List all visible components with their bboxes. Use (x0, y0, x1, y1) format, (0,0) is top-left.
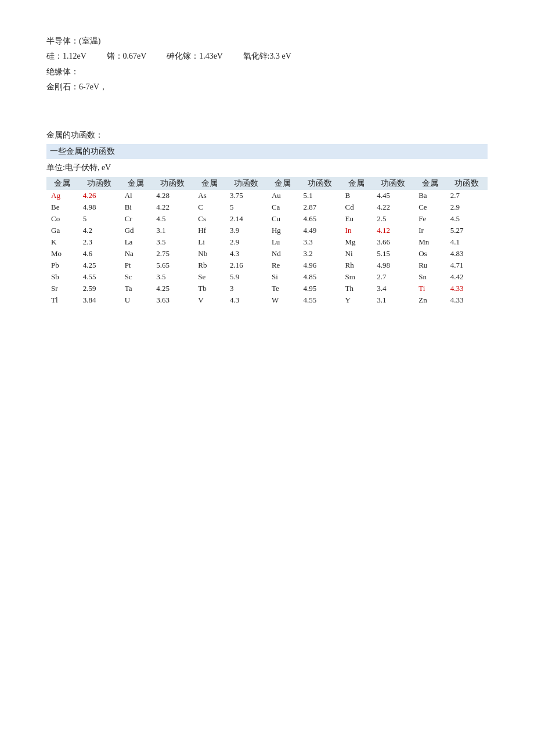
table-cell: 4.33 (446, 283, 488, 294)
col-wf-6: 功函数 (446, 177, 488, 190)
table-cell: 3.4 (372, 283, 414, 294)
table-cell: Ti (414, 283, 446, 294)
table-cell: Ru (414, 260, 446, 271)
table-cell: 4.96 (299, 260, 341, 271)
silicon-value: 硅：1.12eV (46, 52, 86, 60)
table-cell: 5.15 (372, 248, 414, 260)
table-cell: 4.71 (446, 260, 488, 271)
table-cell: 2.7 (372, 271, 414, 283)
table-cell: 3.5 (151, 271, 193, 283)
table-cell: Ga (46, 225, 78, 236)
table-cell: Mg (341, 236, 373, 248)
table-cell: Te (267, 283, 299, 294)
table-cell: Ir (414, 225, 446, 236)
table-cell: Mn (414, 236, 446, 248)
table-cell: 5 (78, 213, 120, 225)
col-metal-1: 金属 (46, 177, 78, 190)
table-cell: 4.22 (151, 201, 193, 213)
table-cell: 3.9 (225, 225, 267, 236)
table-cell: 3.1 (372, 294, 414, 306)
table-cell: 4.98 (372, 260, 414, 271)
table-row: Be4.98Bi4.22C5Ca2.87Cd4.22Ce2.9 (46, 201, 488, 213)
table-cell: W (267, 294, 299, 306)
table-cell: 4.45 (372, 190, 414, 201)
table-cell: 2.14 (225, 213, 267, 225)
table-row: Pb4.25Pt5.65Rb2.16Re4.96Rh4.98Ru4.71 (46, 260, 488, 271)
col-wf-1: 功函数 (78, 177, 120, 190)
table-cell: 4.25 (151, 283, 193, 294)
table-cell: Zn (414, 294, 446, 306)
semiconductor-values: 硅：1.12eV 锗：0.67eV 砷化镓：1.43eV 氧化锌:3.3 eV (46, 50, 488, 63)
table-cell: Ba (414, 190, 446, 201)
table-cell: 3.63 (151, 294, 193, 306)
table-cell: 4.5 (151, 213, 193, 225)
table-cell: 4.12 (372, 225, 414, 236)
table-cell: 4.42 (446, 271, 488, 283)
table-cell: 4.85 (299, 271, 341, 283)
table-cell: Mo (46, 248, 78, 260)
metal-work-function-section: 金属的功函数： 一些金属的功函数 单位:电子伏特, eV 金属 功函数 金属 功… (46, 129, 488, 306)
table-cell: Re (267, 260, 299, 271)
metal-section-title1: 金属的功函数： (46, 129, 488, 142)
table-cell: 4.1 (446, 236, 488, 248)
table-cell: Bi (120, 201, 152, 213)
table-cell: Be (46, 201, 78, 213)
table-cell: Os (414, 248, 446, 260)
table-cell: Ca (267, 201, 299, 213)
table-header: 金属 功函数 金属 功函数 金属 功函数 金属 功函数 金属 功函数 金属 功函… (46, 177, 488, 190)
table-cell: Li (193, 236, 225, 248)
zinc-oxide-value: 氧化锌:3.3 eV (243, 52, 291, 60)
table-cell: U (120, 294, 152, 306)
col-metal-5: 金属 (341, 177, 373, 190)
table-cell: As (193, 190, 225, 201)
table-cell: Si (267, 271, 299, 283)
table-cell: 3.84 (78, 294, 120, 306)
table-cell: 4.95 (299, 283, 341, 294)
table-cell: 2.59 (78, 283, 120, 294)
table-cell: 4.55 (78, 271, 120, 283)
table-cell: Sm (341, 271, 373, 283)
table-cell: B (341, 190, 373, 201)
metal-section-title2: 一些金属的功函数 (46, 144, 488, 159)
table-cell: 3.3 (299, 236, 341, 248)
table-cell: 4.33 (446, 294, 488, 306)
table-cell: Na (120, 248, 152, 260)
table-row: Sb4.55Sc3.5Se5.9Si4.85Sm2.7Sn4.42 (46, 271, 488, 283)
spacer (46, 106, 488, 129)
table-cell: 2.75 (151, 248, 193, 260)
table-cell: 2.3 (78, 236, 120, 248)
table-body: Ag4.26Al4.28As3.75Au5.1B4.45Ba2.7Be4.98B… (46, 190, 488, 306)
table-row: Ag4.26Al4.28As3.75Au5.1B4.45Ba2.7 (46, 190, 488, 201)
table-row: Tl3.84U3.63V4.3W4.55Y3.1Zn4.33 (46, 294, 488, 306)
table-cell: Sn (414, 271, 446, 283)
table-cell: 3.66 (372, 236, 414, 248)
table-cell: Th (341, 283, 373, 294)
table-cell: Rh (341, 260, 373, 271)
table-row: Ga4.2Gd3.1Hf3.9Hg4.49In4.12Ir5.27 (46, 225, 488, 236)
table-cell: C (193, 201, 225, 213)
table-cell: Y (341, 294, 373, 306)
col-metal-3: 金属 (193, 177, 225, 190)
table-cell: 4.3 (225, 294, 267, 306)
col-wf-5: 功函数 (372, 177, 414, 190)
table-cell: Cu (267, 213, 299, 225)
table-cell: 5.65 (151, 260, 193, 271)
table-cell: 3.2 (299, 248, 341, 260)
table-cell: Ni (341, 248, 373, 260)
table-cell: 2.7 (446, 190, 488, 201)
table-cell: 3.75 (225, 190, 267, 201)
table-cell: Rb (193, 260, 225, 271)
unit-label: 单位:电子伏特, eV (46, 161, 488, 174)
table-cell: 4.3 (225, 248, 267, 260)
table-cell: Eu (341, 213, 373, 225)
table-cell: 2.5 (372, 213, 414, 225)
table-cell: 5.9 (225, 271, 267, 283)
germanium-value: 锗：0.67eV (107, 52, 147, 60)
table-cell: 4.6 (78, 248, 120, 260)
table-cell: Pt (120, 260, 152, 271)
table-cell: Au (267, 190, 299, 201)
table-cell: Nb (193, 248, 225, 260)
semiconductor-title: 半导体：(室温) (46, 35, 488, 48)
table-cell: Co (46, 213, 78, 225)
table-cell: 4.83 (446, 248, 488, 260)
